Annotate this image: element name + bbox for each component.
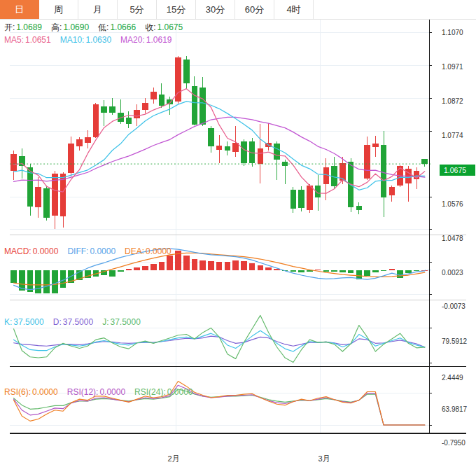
tab-60min[interactable]: 60分 <box>235 0 274 19</box>
tab-15min[interactable]: 15分 <box>157 0 196 19</box>
tab-4hour[interactable]: 4时 <box>274 0 314 19</box>
tab-week[interactable]: 周 <box>39 0 78 19</box>
chart-canvas <box>0 20 476 467</box>
trading-chart-app: 日周月5分15分30分60分4时 1.0675 开:1.0689高:1.0690… <box>0 0 476 467</box>
tab-30min[interactable]: 30分 <box>196 0 235 19</box>
tab-month[interactable]: 月 <box>78 0 118 19</box>
chart-stage[interactable]: 1.0675 开:1.0689高:1.0690低:1.0666收:1.0675M… <box>0 20 476 467</box>
tab-day[interactable]: 日 <box>0 0 39 19</box>
period-tabbar: 日周月5分15分30分60分4时 <box>0 0 476 20</box>
tab-5min[interactable]: 5分 <box>118 0 157 19</box>
